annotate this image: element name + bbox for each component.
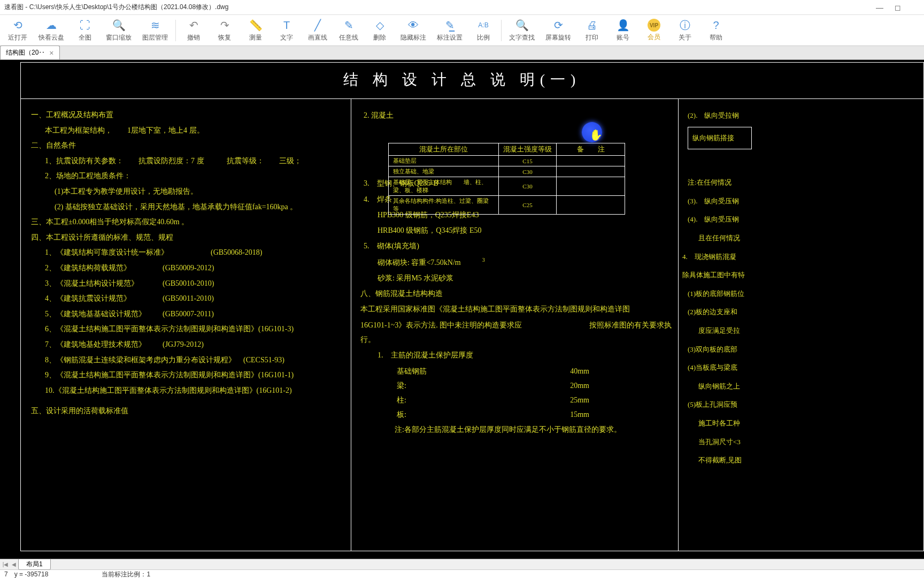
text-line: HRB400 级钢筋，Q345焊接 E50: [378, 223, 674, 238]
text-line: 八、钢筋混凝土结构构造: [360, 286, 674, 301]
text-line: 本工程采用国家标准图《混凝土结构施工图平面整体表示方法制图规则和构造详图: [360, 302, 674, 316]
text-line: (4)当板底与梁底: [688, 360, 752, 376]
text-line: 梁:20mm: [397, 378, 589, 393]
help-icon: ?: [709, 18, 723, 32]
about-button[interactable]: ⓘ关于: [669, 16, 700, 44]
tab-nav-arrows[interactable]: |◀ ◀: [1, 561, 18, 567]
table-cell: C15: [499, 156, 557, 166]
text-line: (3)双向板的底部: [688, 342, 752, 358]
scale-icon: A:B: [476, 18, 490, 32]
drawing-column-1: 一、工程概况及结构布置 本工程为框架结构， 1层地下室，地上4 层。 二、自然条…: [31, 108, 346, 420]
text-line: 柱:25mm: [397, 393, 589, 407]
search-doc-icon: 🔍: [515, 18, 529, 32]
text-line: (1)本工程专为教学使用设计，无地勘报告。: [55, 185, 346, 199]
text-line: 10.《混凝土结构施工图平面整体表示方法制图规则和构造详图》(16G101-2): [45, 384, 346, 398]
redo-button[interactable]: ↷恢复: [209, 16, 240, 44]
text-line: (3). 纵向受压钢: [688, 194, 752, 209]
help-button[interactable]: ?帮助: [700, 16, 732, 44]
text-line: 2、《建筑结构荷载规范》(GB50009-2012): [45, 261, 346, 276]
concrete-table: 混凝土所在部位混凝土强度等级备 注 基础垫层C15 独立基础、地梁C30 基础层…: [388, 143, 625, 215]
measure-button[interactable]: 📏测量: [240, 16, 271, 44]
table-header: 混凝土所在部位: [389, 143, 499, 156]
rotate-icon: ⟳: [551, 18, 565, 32]
text-line: 四、本工程设计所遵循的标准、规范、规程: [31, 231, 346, 245]
text-line: (4). 纵向受压钢: [688, 212, 752, 227]
table-header: 混凝土强度等级: [499, 143, 557, 156]
fullscreen-icon: ⛶: [78, 18, 92, 32]
text-line: (2). 纵向受拉钢: [688, 108, 752, 124]
text-line: 当孔洞尺寸<3: [698, 435, 752, 450]
text-line: 2、场地的工程地质条件：: [45, 169, 346, 184]
text-line: 注:各部分主筋混凝土保护层厚度同时应满足不小于钢筋直径的要求。: [395, 422, 674, 437]
window-controls: — ◻: [876, 4, 920, 11]
hidemark-button[interactable]: 👁隐藏标注: [395, 16, 432, 44]
print-button[interactable]: 🖨打印: [576, 16, 607, 44]
table-cell: C25: [499, 196, 557, 215]
text-button[interactable]: T文字: [271, 16, 302, 44]
eraser-icon: ◇: [373, 18, 387, 32]
title-divider: [20, 98, 924, 99]
eye-slash-icon: 👁: [406, 18, 420, 32]
column-divider: [351, 98, 351, 551]
text-line: 施工时各工种: [698, 416, 752, 431]
layers-button[interactable]: ≋图层管理: [137, 16, 173, 44]
separator: [501, 20, 502, 41]
fullview-button[interactable]: ⛶全图: [70, 16, 101, 44]
text-line: 1、《建筑结构可靠度设计统一标准》(GB50068-2018): [45, 246, 346, 260]
coordinates-display: 7 y = -395718: [4, 570, 48, 578]
drawing-canvas[interactable]: 结 构 设 计 总 说 明(一) 一、工程概况及结构布置 本工程为框架结构， 1…: [0, 60, 924, 559]
text-line: 一、工程概况及结构布置: [31, 108, 346, 123]
pan-cursor-icon: [582, 122, 602, 142]
scale-button[interactable]: A:B比例: [468, 16, 499, 44]
vip-button[interactable]: VIP会员: [638, 17, 669, 44]
rotate-button[interactable]: ⟳屏幕旋转: [540, 16, 576, 44]
text-line: 且在任何情况: [698, 231, 752, 246]
table-cell: 基础层、屋面主体结构 墙、柱、梁、板、楼梯: [389, 177, 499, 196]
column-divider: [678, 98, 679, 551]
minimize-button[interactable]: —: [876, 4, 883, 11]
text-line: 三、本工程±0.000相当于绝对标高假定40.60m 。: [31, 215, 346, 230]
user-icon: 👤: [616, 18, 630, 32]
delete-button[interactable]: ◇删除: [364, 16, 395, 44]
text-line: (2)板的边支座和: [688, 305, 752, 320]
close-button[interactable]: [912, 4, 920, 11]
markset-button[interactable]: ✎̲标注设置: [432, 16, 468, 44]
undo-button[interactable]: ↶撤销: [178, 16, 209, 44]
text-line: 1. 主筋的混凝土保护层厚度: [378, 348, 674, 362]
text-line: 1、抗震设防有关参数： 抗震设防烈度：7 度 抗震等级： 三级；: [45, 154, 346, 169]
text-line: 纵向钢筋之上: [698, 379, 752, 394]
account-button[interactable]: 👤账号: [607, 16, 638, 44]
text-line: 4. 现浇钢筋混凝: [682, 249, 752, 265]
window-title: 速看图 - C:\Users\快乐人生\Desktop\1号办公楼结构图（202…: [4, 3, 876, 12]
tab-bar: 结构图（20‥ ×: [0, 46, 924, 60]
line-button[interactable]: ╱画直线: [302, 16, 333, 44]
text-line: 6、《混凝土结构施工图平面整体表示方法制图规则和构造详图》(16G101-3): [45, 322, 346, 337]
text-line: 除具体施工图中有特: [682, 268, 752, 283]
text-line: 2. 混凝土: [364, 108, 674, 123]
drawing-column-3: (2). 纵向受拉钢 纵向钢筋搭接 注:在任何情况 (3). 纵向受压钢 (4)…: [688, 108, 752, 471]
text-line: 二、自然条件: [31, 139, 346, 153]
text-line: (1)板的底部钢筋位: [688, 286, 752, 302]
text-box: 纵向钢筋搭接: [688, 127, 752, 150]
layers-icon: ≋: [148, 18, 162, 32]
maximize-button[interactable]: ◻: [894, 4, 902, 11]
layout-tab[interactable]: 布局1: [18, 559, 51, 570]
text-line: 本工程为框架结构， 1层地下室，地上4 层。: [45, 124, 346, 138]
document-tab[interactable]: 结构图（20‥ ×: [0, 45, 60, 59]
info-icon: ⓘ: [678, 18, 692, 32]
text-line: 度应满足受拉: [698, 323, 752, 339]
text-line: 8、《钢筋混凝土连续梁和框架考虑内力重分布设计规程》 (CECS51-93): [45, 353, 346, 368]
markset-icon: ✎̲: [443, 18, 457, 32]
drawing-title: 结 构 设 计 总 说 明(一): [343, 70, 581, 90]
text-line: 5. 砌体(填充墙): [364, 239, 674, 253]
zoomwin-button[interactable]: 🔍窗口缩放: [101, 16, 137, 44]
text-line: 注:在任何情况: [688, 175, 752, 191]
ruler-icon: 📏: [249, 18, 263, 32]
cloud-button[interactable]: ☁快看云盘: [33, 16, 70, 44]
table-cell: [557, 166, 625, 177]
freeline-button[interactable]: ✎任意线: [333, 16, 364, 44]
tab-close-icon[interactable]: ×: [49, 49, 53, 57]
status-bar: 7 y = -395718 当前标注比例：1: [0, 569, 924, 578]
findtext-button[interactable]: 🔍文字查找: [504, 16, 540, 44]
recent-open-button[interactable]: ⟲近打开: [2, 16, 33, 44]
